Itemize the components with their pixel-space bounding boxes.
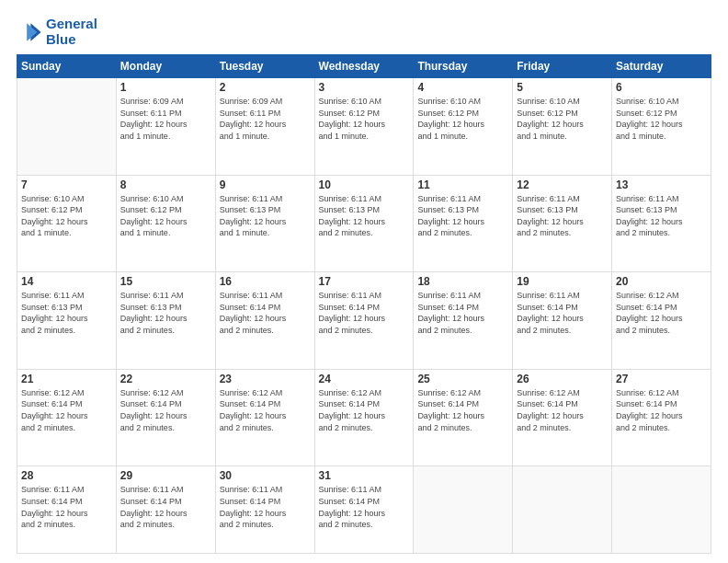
day-info: Sunrise: 6:11 AM Sunset: 6:14 PM Dayligh… xyxy=(220,484,311,530)
calendar-header-row: SundayMondayTuesdayWednesdayThursdayFrid… xyxy=(17,55,711,78)
day-number: 19 xyxy=(517,275,608,288)
day-number: 20 xyxy=(616,275,707,288)
day-info: Sunrise: 6:11 AM Sunset: 6:13 PM Dayligh… xyxy=(319,193,410,239)
calendar-cell: 15Sunrise: 6:11 AM Sunset: 6:13 PM Dayli… xyxy=(116,272,215,370)
day-info: Sunrise: 6:12 AM Sunset: 6:14 PM Dayligh… xyxy=(21,387,112,433)
calendar-cell: 10Sunrise: 6:11 AM Sunset: 6:13 PM Dayli… xyxy=(314,175,414,272)
day-number: 18 xyxy=(417,275,508,288)
day-header-sunday: Sunday xyxy=(17,55,117,78)
day-number: 11 xyxy=(417,178,508,191)
calendar-cell: 17Sunrise: 6:11 AM Sunset: 6:14 PM Dayli… xyxy=(314,272,414,370)
day-number: 6 xyxy=(616,81,707,94)
day-header-friday: Friday xyxy=(513,55,612,78)
day-info: Sunrise: 6:11 AM Sunset: 6:14 PM Dayligh… xyxy=(120,484,211,530)
day-info: Sunrise: 6:11 AM Sunset: 6:14 PM Dayligh… xyxy=(319,290,410,336)
calendar-cell: 7Sunrise: 6:10 AM Sunset: 6:12 PM Daylig… xyxy=(17,175,117,272)
calendar-cell xyxy=(414,466,513,554)
day-number: 14 xyxy=(21,275,112,288)
calendar-cell xyxy=(513,466,612,554)
week-row-0: 1Sunrise: 6:09 AM Sunset: 6:11 PM Daylig… xyxy=(17,78,711,176)
day-number: 2 xyxy=(220,81,311,94)
day-header-saturday: Saturday xyxy=(612,55,711,78)
day-info: Sunrise: 6:10 AM Sunset: 6:12 PM Dayligh… xyxy=(616,96,707,142)
day-info: Sunrise: 6:11 AM Sunset: 6:14 PM Dayligh… xyxy=(517,290,608,336)
calendar-cell: 22Sunrise: 6:12 AM Sunset: 6:14 PM Dayli… xyxy=(116,369,215,466)
day-number: 7 xyxy=(21,178,112,191)
logo-text: General Blue xyxy=(46,17,97,47)
day-number: 27 xyxy=(616,373,707,385)
calendar-cell: 6Sunrise: 6:10 AM Sunset: 6:12 PM Daylig… xyxy=(612,78,711,176)
day-info: Sunrise: 6:12 AM Sunset: 6:14 PM Dayligh… xyxy=(319,387,410,433)
day-number: 3 xyxy=(319,81,410,94)
calendar-cell: 23Sunrise: 6:12 AM Sunset: 6:14 PM Dayli… xyxy=(215,369,314,466)
day-info: Sunrise: 6:12 AM Sunset: 6:14 PM Dayligh… xyxy=(616,290,707,336)
calendar-cell: 29Sunrise: 6:11 AM Sunset: 6:14 PM Dayli… xyxy=(116,466,215,554)
day-info: Sunrise: 6:11 AM Sunset: 6:13 PM Dayligh… xyxy=(616,193,707,239)
calendar-table: SundayMondayTuesdayWednesdayThursdayFrid… xyxy=(17,54,711,554)
week-row-3: 21Sunrise: 6:12 AM Sunset: 6:14 PM Dayli… xyxy=(17,369,711,466)
calendar-cell: 26Sunrise: 6:12 AM Sunset: 6:14 PM Dayli… xyxy=(513,369,612,466)
day-info: Sunrise: 6:11 AM Sunset: 6:14 PM Dayligh… xyxy=(319,484,410,530)
day-info: Sunrise: 6:10 AM Sunset: 6:12 PM Dayligh… xyxy=(319,96,410,142)
day-info: Sunrise: 6:10 AM Sunset: 6:12 PM Dayligh… xyxy=(21,193,112,239)
day-number: 17 xyxy=(319,275,410,288)
day-number: 29 xyxy=(120,469,211,482)
day-info: Sunrise: 6:12 AM Sunset: 6:14 PM Dayligh… xyxy=(517,387,608,433)
day-number: 12 xyxy=(517,178,608,191)
day-info: Sunrise: 6:11 AM Sunset: 6:13 PM Dayligh… xyxy=(21,290,112,336)
day-number: 1 xyxy=(120,81,211,94)
day-number: 21 xyxy=(21,373,112,385)
day-number: 5 xyxy=(517,81,608,94)
day-number: 22 xyxy=(120,373,211,385)
day-number: 16 xyxy=(220,275,311,288)
day-info: Sunrise: 6:11 AM Sunset: 6:13 PM Dayligh… xyxy=(517,193,608,239)
calendar-cell: 1Sunrise: 6:09 AM Sunset: 6:11 PM Daylig… xyxy=(116,78,215,176)
calendar-cell: 4Sunrise: 6:10 AM Sunset: 6:12 PM Daylig… xyxy=(414,78,513,176)
day-number: 24 xyxy=(319,373,410,385)
day-info: Sunrise: 6:09 AM Sunset: 6:11 PM Dayligh… xyxy=(220,96,311,142)
day-number: 9 xyxy=(220,178,311,191)
day-number: 15 xyxy=(120,275,211,288)
day-info: Sunrise: 6:10 AM Sunset: 6:12 PM Dayligh… xyxy=(517,96,608,142)
day-number: 4 xyxy=(417,81,508,94)
day-number: 23 xyxy=(220,373,311,385)
calendar-cell: 31Sunrise: 6:11 AM Sunset: 6:14 PM Dayli… xyxy=(314,466,414,554)
day-number: 31 xyxy=(319,469,410,482)
day-info: Sunrise: 6:11 AM Sunset: 6:13 PM Dayligh… xyxy=(417,193,508,239)
day-header-tuesday: Tuesday xyxy=(215,55,314,78)
logo: General Blue xyxy=(17,17,97,47)
day-info: Sunrise: 6:12 AM Sunset: 6:14 PM Dayligh… xyxy=(120,387,211,433)
day-number: 30 xyxy=(220,469,311,482)
day-info: Sunrise: 6:11 AM Sunset: 6:14 PM Dayligh… xyxy=(21,484,112,530)
day-info: Sunrise: 6:10 AM Sunset: 6:12 PM Dayligh… xyxy=(120,193,211,239)
calendar-cell: 13Sunrise: 6:11 AM Sunset: 6:13 PM Dayli… xyxy=(612,175,711,272)
week-row-1: 7Sunrise: 6:10 AM Sunset: 6:12 PM Daylig… xyxy=(17,175,711,272)
calendar-cell: 19Sunrise: 6:11 AM Sunset: 6:14 PM Dayli… xyxy=(513,272,612,370)
calendar-cell: 14Sunrise: 6:11 AM Sunset: 6:13 PM Dayli… xyxy=(17,272,117,370)
calendar-cell xyxy=(612,466,711,554)
calendar-cell: 5Sunrise: 6:10 AM Sunset: 6:12 PM Daylig… xyxy=(513,78,612,176)
day-info: Sunrise: 6:12 AM Sunset: 6:14 PM Dayligh… xyxy=(220,387,311,433)
week-row-4: 28Sunrise: 6:11 AM Sunset: 6:14 PM Dayli… xyxy=(17,466,711,554)
logo-icon xyxy=(17,19,42,45)
calendar-cell: 11Sunrise: 6:11 AM Sunset: 6:13 PM Dayli… xyxy=(414,175,513,272)
day-number: 26 xyxy=(517,373,608,385)
day-number: 25 xyxy=(417,373,508,385)
day-info: Sunrise: 6:09 AM Sunset: 6:11 PM Dayligh… xyxy=(120,96,211,142)
calendar-cell: 24Sunrise: 6:12 AM Sunset: 6:14 PM Dayli… xyxy=(314,369,414,466)
calendar-cell: 20Sunrise: 6:12 AM Sunset: 6:14 PM Dayli… xyxy=(612,272,711,370)
page: General Blue SundayMondayTuesdayWednesda… xyxy=(0,0,728,563)
calendar-cell: 2Sunrise: 6:09 AM Sunset: 6:11 PM Daylig… xyxy=(215,78,314,176)
day-number: 28 xyxy=(21,469,112,482)
day-info: Sunrise: 6:11 AM Sunset: 6:13 PM Dayligh… xyxy=(120,290,211,336)
day-header-thursday: Thursday xyxy=(414,55,513,78)
day-info: Sunrise: 6:12 AM Sunset: 6:14 PM Dayligh… xyxy=(616,387,707,433)
calendar-cell: 16Sunrise: 6:11 AM Sunset: 6:14 PM Dayli… xyxy=(215,272,314,370)
day-info: Sunrise: 6:11 AM Sunset: 6:14 PM Dayligh… xyxy=(417,290,508,336)
day-header-monday: Monday xyxy=(116,55,215,78)
day-number: 10 xyxy=(319,178,410,191)
day-info: Sunrise: 6:11 AM Sunset: 6:13 PM Dayligh… xyxy=(220,193,311,239)
calendar-cell: 25Sunrise: 6:12 AM Sunset: 6:14 PM Dayli… xyxy=(414,369,513,466)
calendar-cell: 12Sunrise: 6:11 AM Sunset: 6:13 PM Dayli… xyxy=(513,175,612,272)
day-number: 8 xyxy=(120,178,211,191)
